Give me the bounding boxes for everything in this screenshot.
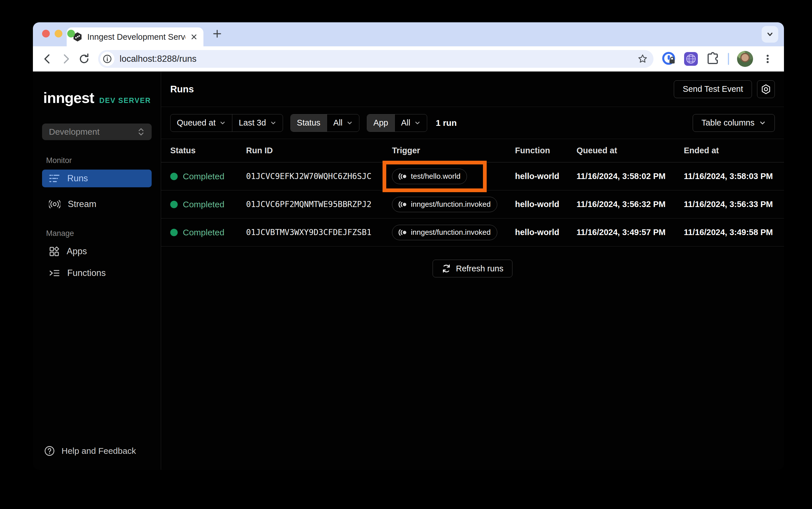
reload-button[interactable] — [76, 51, 92, 67]
password-manager-extension-icon[interactable] — [661, 51, 677, 67]
page-title: Runs — [170, 84, 194, 95]
sidebar-item-stream[interactable]: Stream — [42, 195, 152, 213]
sidebar: inngest DEV SERVER Development Monitor R… — [33, 71, 161, 470]
table-row[interactable]: Completed 01JCVC6PF2MQNMTWE95BBRZPJ2 inn… — [161, 191, 784, 218]
sidebar-item-runs[interactable]: Runs — [42, 170, 152, 187]
stream-broadcast-icon — [49, 199, 60, 209]
new-tab-button[interactable] — [212, 29, 222, 39]
tab-search-chevron-button[interactable] — [761, 26, 778, 43]
environment-select-value: Development — [49, 127, 100, 137]
trigger-label: inngest/function.invoked — [411, 200, 491, 209]
table-columns-label: Table columns — [702, 118, 754, 128]
trigger-pill[interactable]: inngest/function.invoked — [392, 197, 497, 212]
settings-button[interactable] — [757, 80, 775, 98]
ended-at-value: 11/16/2024, 3:58:03 PM — [684, 172, 775, 181]
close-window-button[interactable] — [42, 30, 50, 37]
refresh-runs-button[interactable]: Refresh runs — [433, 260, 512, 277]
refresh-runs-label: Refresh runs — [456, 264, 503, 273]
app-content: inngest DEV SERVER Development Monitor R… — [33, 71, 784, 470]
trigger-pill[interactable]: inngest/function.invoked — [392, 225, 497, 240]
purple-extension-icon[interactable] — [683, 51, 699, 67]
status-dot-icon — [170, 201, 178, 208]
apps-grid-icon — [49, 246, 59, 257]
tab-close-icon[interactable] — [190, 33, 198, 41]
app-filter-dropdown[interactable]: All — [395, 114, 427, 132]
tab-title: Inngest Development Server — [87, 32, 186, 42]
bookmark-star-icon[interactable] — [637, 53, 648, 65]
queued-at-value: 11/16/2024, 3:49:57 PM — [577, 228, 684, 237]
send-test-event-button[interactable]: Send Test Event — [674, 80, 752, 98]
app-filter-label: App — [367, 114, 395, 132]
time-range-dropdown[interactable]: Last 3d — [232, 114, 282, 132]
back-button[interactable] — [40, 51, 55, 67]
status-filter-dropdown[interactable]: All — [327, 114, 359, 132]
trigger-cell: test/hello.world — [392, 169, 515, 184]
browser-toolbar: localhost:8288/runs — [33, 46, 784, 71]
profile-avatar[interactable] — [737, 51, 753, 67]
function-name: hello-world — [515, 228, 577, 237]
table-row[interactable]: Completed 01JCVC9EFKJ2W70WQHC6ZH6SJC tes… — [161, 162, 784, 191]
refresh-icon — [442, 264, 451, 273]
event-pulse-icon — [398, 229, 407, 236]
app-filter-group: App All — [367, 114, 427, 132]
status-label: Completed — [183, 228, 224, 237]
monitor-section-label: Monitor — [46, 156, 152, 165]
extensions-puzzle-icon[interactable] — [705, 51, 720, 67]
browser-tab[interactable]: Inngest Development Server — [67, 28, 203, 46]
queued-at-dropdown[interactable]: Queued at — [170, 114, 232, 132]
chevron-down-icon — [270, 120, 277, 126]
run-id: 01JCVBTMV3WXY9D3CFDEJFZSB1 — [246, 228, 392, 237]
status-cell: Completed — [170, 228, 246, 237]
filter-bar: Queued at Last 3d Status All — [161, 107, 784, 139]
sidebar-item-label: Apps — [67, 246, 87, 257]
status-cell: Completed — [170, 172, 246, 181]
table-header: Status Run ID Trigger Function Queued at… — [161, 139, 784, 162]
url-bar[interactable]: localhost:8288/runs — [98, 50, 653, 68]
sidebar-item-functions[interactable]: Functions — [42, 264, 152, 282]
event-pulse-icon — [398, 201, 407, 208]
table-columns-button[interactable]: Table columns — [693, 114, 775, 132]
help-question-icon — [44, 445, 55, 457]
chevron-down-icon — [220, 120, 226, 126]
queued-at-value: 11/16/2024, 3:58:02 PM — [577, 172, 684, 181]
event-pulse-icon — [398, 173, 407, 180]
zoom-window-button[interactable] — [67, 30, 75, 37]
settings-gear-icon — [760, 84, 771, 95]
status-dot-icon — [170, 229, 178, 236]
status-label: Completed — [183, 172, 224, 181]
col-trigger: Trigger — [392, 146, 515, 155]
col-function: Function — [515, 146, 577, 155]
sidebar-item-apps[interactable]: Apps — [42, 242, 152, 260]
url-text[interactable]: localhost:8288/runs — [120, 54, 632, 64]
minimize-window-button[interactable] — [55, 30, 62, 37]
time-filter-group: Queued at Last 3d — [170, 114, 283, 132]
forward-button[interactable] — [58, 51, 73, 67]
environment-select[interactable]: Development — [42, 124, 152, 140]
trigger-label: test/hello.world — [411, 172, 460, 181]
chevron-down-icon — [347, 120, 353, 126]
runs-list-icon — [49, 174, 60, 183]
col-ended-at: Ended at — [684, 146, 775, 155]
run-id: 01JCVC9EFKJ2W70WQHC6ZH6SJC — [246, 172, 392, 181]
queued-at-value: 11/16/2024, 3:56:32 PM — [577, 200, 684, 209]
dev-server-badge: DEV SERVER — [99, 96, 151, 105]
status-label: Completed — [183, 200, 224, 209]
col-queued-at: Queued at — [577, 146, 684, 155]
site-info-icon[interactable] — [100, 52, 115, 66]
trigger-cell: inngest/function.invoked — [392, 197, 515, 212]
status-filter-value: All — [333, 118, 343, 128]
manage-section-label: Manage — [46, 229, 152, 238]
table-row[interactable]: Completed 01JCVBTMV3WXY9D3CFDEJFZSB1 inn… — [161, 218, 784, 246]
tab-strip: Inngest Development Server — [33, 22, 784, 46]
status-cell: Completed — [170, 200, 246, 209]
ended-at-value: 11/16/2024, 3:56:33 PM — [684, 200, 775, 209]
sidebar-item-label: Stream — [68, 199, 96, 209]
main-header: Runs Send Test Event — [161, 71, 784, 107]
help-and-feedback[interactable]: Help and Feedback — [42, 445, 152, 457]
trigger-pill[interactable]: test/hello.world — [392, 169, 467, 184]
time-range-value: Last 3d — [239, 118, 266, 128]
browser-menu-kebab-icon[interactable] — [760, 51, 775, 67]
chevron-down-icon — [759, 120, 766, 126]
chevron-down-icon — [414, 120, 421, 126]
window-controls — [42, 30, 75, 37]
